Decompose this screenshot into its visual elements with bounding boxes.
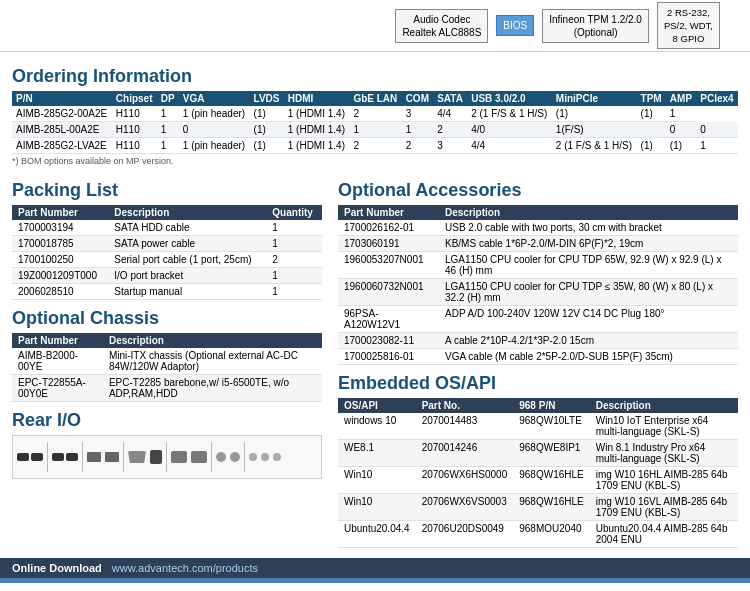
packing-cell-4-0: 2006028510 — [12, 284, 108, 300]
hdmi-port — [150, 450, 162, 464]
order-cell-2-4: (1) — [250, 138, 284, 154]
acc-cell-2-0: 1960053207N001 — [338, 252, 439, 279]
order-cell-2-13: 1 — [696, 138, 738, 154]
acc-cell-1-1: KB/MS cable 1*6P-2.0/M-DIN 6P(F)*2, 19cm — [439, 236, 738, 252]
order-cell-1-0: AIMB-285L-00A2E — [12, 122, 112, 138]
order-cell-2-9: 4/4 — [467, 138, 552, 154]
os-row: Win1020706WX6VS0003968QW16HLEimg W10 16V… — [338, 494, 738, 521]
chassis-col: Description — [103, 333, 322, 348]
order-col-minipcie: MiniPCIe — [552, 91, 637, 106]
order-col-sata: SATA — [433, 91, 467, 106]
os-cell-4-3: Ubuntu20.04.4 AIMB-285 64b 2004 ENU — [590, 521, 738, 548]
ps2-port-1 — [216, 452, 226, 462]
order-cell-2-0: AIMB-285G2-LVA2E — [12, 138, 112, 154]
audio-port-1 — [249, 453, 257, 461]
acc-cell-4-0: 96PSA-A120W12V1 — [338, 306, 439, 333]
chassis-col: Part Number — [12, 333, 103, 348]
os-cell-2-2: 968QW16HLE — [513, 467, 589, 494]
ordering-title: Ordering Information — [12, 66, 738, 87]
os-cell-2-1: 20706WX6HS0000 — [416, 467, 514, 494]
chassis-cell-0-1: Mini-ITX chassis (Optional external AC-D… — [103, 348, 322, 375]
packing-row: 1700100250Serial port cable (1 port, 25c… — [12, 252, 322, 268]
order-col-usb-3-0-2-0: USB 3.0/2.0 — [467, 91, 552, 106]
order-cell-1-4: (1) — [250, 122, 284, 138]
order-cell-0-3: 1 (pin header) — [179, 106, 250, 122]
order-cell-1-3: 0 — [179, 122, 250, 138]
audio-port-2 — [261, 453, 269, 461]
chassis-row: AIMB-B2000-00YEMini-ITX chassis (Optiona… — [12, 348, 322, 375]
packing-cell-4-1: Startup manual — [108, 284, 266, 300]
packing-cell-0-1: SATA HDD cable — [108, 220, 266, 236]
bios-box: BIOS — [496, 15, 534, 36]
order-cell-1-10: 1(F/S) — [552, 122, 637, 138]
download-label: Online Download — [12, 562, 102, 574]
acc-cell-0-0: 1700026162-01 — [338, 220, 439, 236]
order-cell-0-10: (1) — [552, 106, 637, 122]
accessories-row: 1960060732N001LGA1150 CPU cooler for CPU… — [338, 279, 738, 306]
ethernet-port-1 — [87, 452, 101, 462]
order-cell-1-12: 0 — [666, 122, 696, 138]
packing-cell-0-0: 1700003194 — [12, 220, 108, 236]
os-cell-4-2: 968MOU2040 — [513, 521, 589, 548]
usb-port-1 — [17, 453, 29, 461]
embedded-os-table: OS/APIPart No.968 P/NDescription windows… — [338, 398, 738, 548]
rear-io-section: Rear I/O — [12, 410, 322, 479]
order-col-hdmi: HDMI — [284, 91, 350, 106]
order-cell-0-1: H110 — [112, 106, 157, 122]
order-cell-1-2: 1 — [157, 122, 179, 138]
ps2-port-2 — [230, 452, 240, 462]
order-cell-0-9: 2 (1 F/S & 1 H/S) — [467, 106, 552, 122]
order-cell-0-11: (1) — [637, 106, 666, 122]
order-cell-1-7: 1 — [402, 122, 434, 138]
download-url[interactable]: www.advantech.com/products — [112, 562, 258, 574]
order-cell-1-6: 1 — [349, 122, 401, 138]
os-cell-4-1: 20706U20DS0049 — [416, 521, 514, 548]
os-row: WE8.12070014246968QWE8IP1Win 8.1 Industr… — [338, 440, 738, 467]
packing-cell-1-0: 1700018785 — [12, 236, 108, 252]
order-cell-2-12: (1) — [666, 138, 696, 154]
order-col-gbe-lan: GbE LAN — [349, 91, 401, 106]
order-cell-0-12: 1 — [666, 106, 696, 122]
os-cell-0-3: Win10 IoT Enterprise x64 multi-language … — [590, 413, 738, 440]
order-col-lvds: LVDS — [250, 91, 284, 106]
packing-col: Part Number — [12, 205, 108, 220]
os-cell-1-1: 2070014246 — [416, 440, 514, 467]
accessories-table: Part NumberDescription 1700026162-01USB … — [338, 205, 738, 365]
vga-port — [128, 451, 146, 463]
packing-row: 2006028510Startup manual1 — [12, 284, 322, 300]
order-cell-0-0: AIMB-285G2-00A2E — [12, 106, 112, 122]
order-cell-0-8: 4/4 — [433, 106, 467, 122]
packing-cell-3-2: 1 — [266, 268, 322, 284]
order-cell-0-7: 3 — [402, 106, 434, 122]
order-cell-2-11: (1) — [637, 138, 666, 154]
rear-io-title: Rear I/O — [12, 410, 322, 431]
order-row: AIMB-285G2-00A2EH11011 (pin header)(1)1 … — [12, 106, 738, 122]
os-col: OS/API — [338, 398, 416, 413]
order-cell-2-7: 2 — [402, 138, 434, 154]
order-col-com: COM — [402, 91, 434, 106]
os-cell-1-3: Win 8.1 Industry Pro x64 multi-language … — [590, 440, 738, 467]
order-col-p-n: P/N — [12, 91, 112, 106]
order-cell-2-8: 3 — [433, 138, 467, 154]
acc-cell-5-0: 1700023082-11 — [338, 333, 439, 349]
os-cell-3-3: img W10 16VL AIMB-285 64b 1709 ENU (KBL-… — [590, 494, 738, 521]
order-cell-2-1: H110 — [112, 138, 157, 154]
chassis-cell-1-0: EPC-T22855A-00Y0E — [12, 375, 103, 402]
packing-cell-2-2: 2 — [266, 252, 322, 268]
os-cell-3-1: 20706WX6VS0003 — [416, 494, 514, 521]
chassis-row: EPC-T22855A-00Y0EEPC-T2285 barebone,w/ i… — [12, 375, 322, 402]
optional-chassis-title: Optional Chassis — [12, 308, 322, 329]
acc-cell-2-1: LGA1150 CPU cooler for CPU TDP 65W, 92.9… — [439, 252, 738, 279]
order-col-dp: DP — [157, 91, 179, 106]
os-cell-2-0: Win10 — [338, 467, 416, 494]
acc-col: Description — [439, 205, 738, 220]
packing-col: Quantity — [266, 205, 322, 220]
accessories-title: Optional Accessories — [338, 180, 738, 201]
accessories-row: 1700023082-11A cable 2*10P-4.2/1*3P-2.0 … — [338, 333, 738, 349]
os-cell-4-0: Ubuntu20.04.4 — [338, 521, 416, 548]
os-col: 968 P/N — [513, 398, 589, 413]
accessories-row: 1703060191KB/MS cable 1*6P-2.0/M-DIN 6P(… — [338, 236, 738, 252]
order-col-chipset: Chipset — [112, 91, 157, 106]
usb-port-4 — [66, 453, 78, 461]
acc-cell-6-1: VGA cable (M cable 2*5P-2.0/D-SUB 15P(F)… — [439, 349, 738, 365]
